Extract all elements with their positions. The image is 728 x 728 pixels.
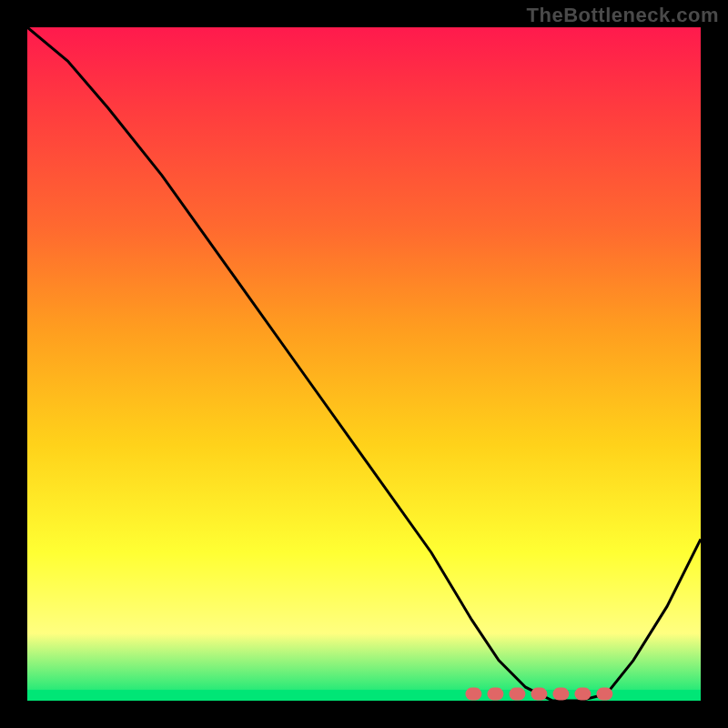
chart-frame: TheBottleneck.com bbox=[0, 0, 728, 728]
bottleneck-curve-svg bbox=[27, 27, 701, 701]
watermark-text: TheBottleneck.com bbox=[527, 4, 719, 27]
bottleneck-curve-path bbox=[27, 27, 701, 701]
plot-area bbox=[27, 27, 701, 701]
